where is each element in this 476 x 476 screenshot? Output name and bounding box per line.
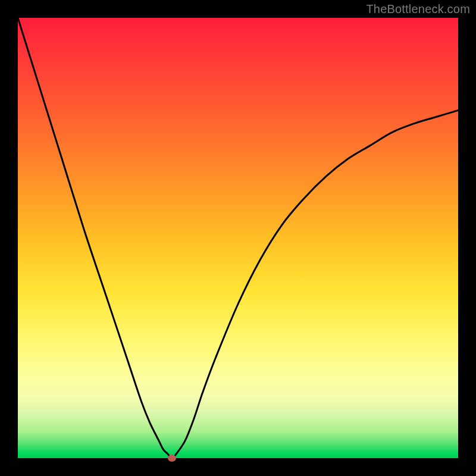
plot-area [18, 18, 458, 458]
watermark-text: TheBottleneck.com [366, 2, 470, 16]
bottleneck-curve [18, 18, 458, 458]
minimum-marker-icon [168, 455, 176, 462]
chart-frame: TheBottleneck.com [0, 0, 476, 476]
